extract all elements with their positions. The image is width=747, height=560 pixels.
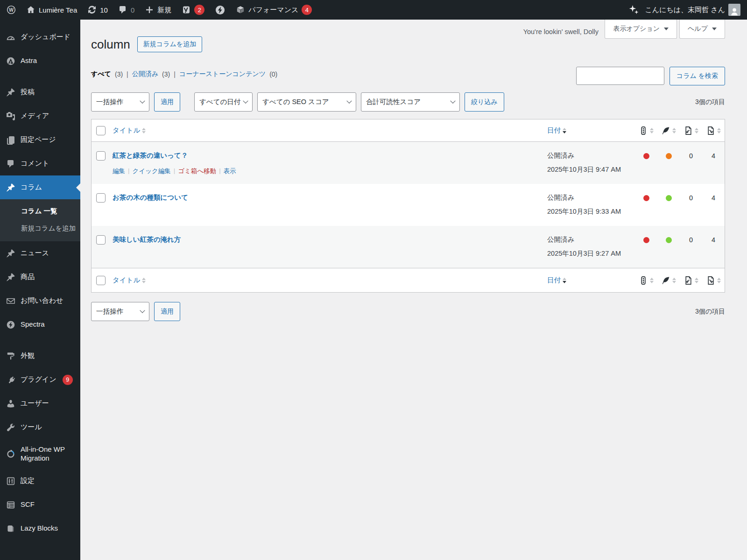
yoast-seo-menu[interactable]: 2 (182, 5, 204, 15)
incoming-links-count: 0 (680, 184, 702, 202)
post-title-link[interactable]: 美味しい紅茶の淹れ方 (113, 236, 181, 243)
comment-icon (6, 159, 15, 168)
sidebar-item-column[interactable]: コラム (0, 175, 80, 199)
sidebar-item-contact[interactable]: お問い合わせ (0, 289, 80, 313)
view-published[interactable]: 公開済み (132, 70, 158, 78)
select-all-checkbox[interactable] (96, 126, 106, 135)
readability-column-header[interactable] (657, 276, 680, 285)
post-date: 2025年10月3日 9:27 AM (547, 249, 635, 258)
yoast-notification-badge: 2 (194, 5, 204, 15)
select-all-checkbox[interactable] (96, 276, 106, 285)
wordpress-logo-menu[interactable] (7, 5, 16, 14)
sort-by-title-header[interactable]: タイトル (113, 276, 547, 285)
row-checkbox[interactable] (96, 193, 106, 203)
sidebar-item-pages[interactable]: 固定ページ (0, 128, 80, 152)
displaying-count: 3個の項目 (695, 308, 725, 316)
post-date: 2025年10月3日 9:47 AM (547, 165, 635, 174)
apply-button[interactable]: 適用 (154, 92, 180, 112)
spectra-menu[interactable] (215, 5, 226, 15)
sidebar-item-media[interactable]: メディア (0, 104, 80, 128)
sidebar-item-comments[interactable]: コメント (0, 152, 80, 175)
row-checkbox[interactable] (96, 235, 106, 245)
sidebar-item-dashboard[interactable]: ダッシュボード (0, 25, 80, 49)
sort-arrows-icon (563, 126, 566, 135)
trash-action[interactable]: ゴミ箱へ移動 (178, 167, 216, 175)
incoming-links-column-header[interactable] (680, 276, 702, 285)
view-action[interactable]: 表示 (224, 167, 236, 175)
submenu-item-column-list[interactable]: コラム 一覧 (0, 203, 80, 220)
wrench-icon (6, 423, 15, 432)
bulk-actions-select[interactable]: 一括操作 (91, 302, 149, 321)
sidebar-item-users[interactable]: ユーザー (0, 392, 80, 415)
table-row: 紅茶と緑茶の違いって？ 編集| クイック編集| ゴミ箱へ移動| 表示 公開済み2… (92, 142, 725, 184)
edit-action[interactable]: 編集 (113, 167, 125, 175)
post-status: 公開済み (547, 193, 635, 202)
sidebar-item-spectra[interactable]: Spectra (0, 313, 80, 336)
filter-button[interactable]: 絞り込み (465, 92, 504, 112)
account-menu[interactable]: こんにちは、末岡哲 さん (645, 4, 740, 16)
site-name-link[interactable]: Lumière Tea (26, 5, 77, 14)
post-status: 公開済み (547, 151, 635, 160)
sidebar-item-ai1wm[interactable]: All-in-One WP Migration (0, 439, 80, 469)
updates-link[interactable]: 10 (87, 5, 108, 14)
view-all[interactable]: すべて (91, 70, 111, 78)
quick-edit-action[interactable]: クイック編集 (133, 167, 171, 175)
help-toggle[interactable]: ヘルプ (679, 20, 725, 39)
readability-filter-select[interactable]: 合計可読性スコア (361, 92, 460, 112)
sparkle-icon[interactable] (628, 4, 639, 15)
sidebar-item-settings[interactable]: 設定 (0, 469, 80, 493)
search-columns-button[interactable]: コラム を検索 (669, 67, 725, 85)
screen-options-toggle[interactable]: 表示オプション (605, 20, 677, 39)
table-row: お茶の木の種類について 公開済み2025年10月3日 9:33 AM 0 4 (92, 184, 725, 226)
outgoing-links-column-header[interactable] (702, 276, 725, 285)
sidebar-item-news[interactable]: ニュース (0, 241, 80, 265)
dashboard-icon (6, 33, 15, 42)
view-cornerstone[interactable]: コーナーストーンコンテンツ (179, 70, 266, 78)
sidebar-item-scf[interactable]: SCF (0, 493, 80, 517)
sort-by-date-header[interactable]: 日付 (547, 276, 635, 285)
displaying-count: 3個の項目 (695, 98, 725, 106)
comments-link[interactable]: 0 (118, 5, 134, 14)
row-checkbox[interactable] (96, 151, 106, 161)
sort-by-date-header[interactable]: 日付 (547, 126, 635, 135)
performance-badge: 4 (302, 5, 312, 15)
user-icon (6, 399, 15, 408)
post-title-link[interactable]: お茶の木の種類について (113, 194, 188, 201)
seo-score-filter-select[interactable]: すべての SEO スコア (257, 92, 356, 112)
sidebar-item-plugins[interactable]: プラグイン9 (0, 368, 80, 392)
avatar (728, 4, 740, 16)
readability-score-dot (666, 237, 672, 243)
sort-by-title-header[interactable]: タイトル (113, 126, 547, 135)
home-icon (26, 5, 35, 14)
sidebar-item-lazy-blocks[interactable]: Lazy Blocks (0, 517, 80, 540)
date-filter-select[interactable]: すべての日付 (194, 92, 253, 112)
sort-arrows-icon (142, 126, 146, 135)
seo-score-column-header[interactable] (635, 126, 657, 135)
outgoing-links-column-header[interactable] (702, 126, 725, 135)
column-submenu: コラム 一覧 新規コラムを追加 (0, 199, 80, 241)
sidebar-item-appearance[interactable]: 外観 (0, 344, 80, 368)
chevron-down-icon (664, 28, 669, 33)
performance-menu[interactable]: パフォーマンス 4 (236, 5, 312, 15)
sidebar-item-products[interactable]: 商品 (0, 265, 80, 289)
post-title-link[interactable]: 紅茶と緑茶の違いって？ (113, 152, 188, 159)
sort-arrows-icon (650, 126, 654, 135)
new-label: 新規 (157, 6, 171, 14)
incoming-links-column-header[interactable] (680, 126, 702, 135)
sidebar-item-astra[interactable]: Astra (0, 49, 80, 73)
submenu-item-add-new-column[interactable]: 新規コラムを追加 (0, 220, 80, 237)
pushpin-icon (6, 88, 15, 97)
menu-separator (0, 336, 80, 344)
table-row: 美味しい紅茶の淹れ方 公開済み2025年10月3日 9:27 AM 0 4 (92, 226, 725, 268)
apply-button[interactable]: 適用 (154, 302, 180, 321)
sidebar-item-posts[interactable]: 投稿 (0, 80, 80, 104)
sidebar-item-tools[interactable]: ツール (0, 415, 80, 439)
seo-score-column-header[interactable] (635, 276, 657, 285)
readability-column-header[interactable] (657, 126, 680, 135)
chevron-down-icon (243, 98, 248, 103)
search-input[interactable] (576, 67, 664, 85)
sort-arrows-icon (695, 276, 698, 285)
add-new-column-button[interactable]: 新規コラムを追加 (137, 36, 202, 52)
new-content-link[interactable]: 新規 (145, 5, 171, 14)
bulk-actions-select[interactable]: 一括操作 (91, 92, 149, 112)
